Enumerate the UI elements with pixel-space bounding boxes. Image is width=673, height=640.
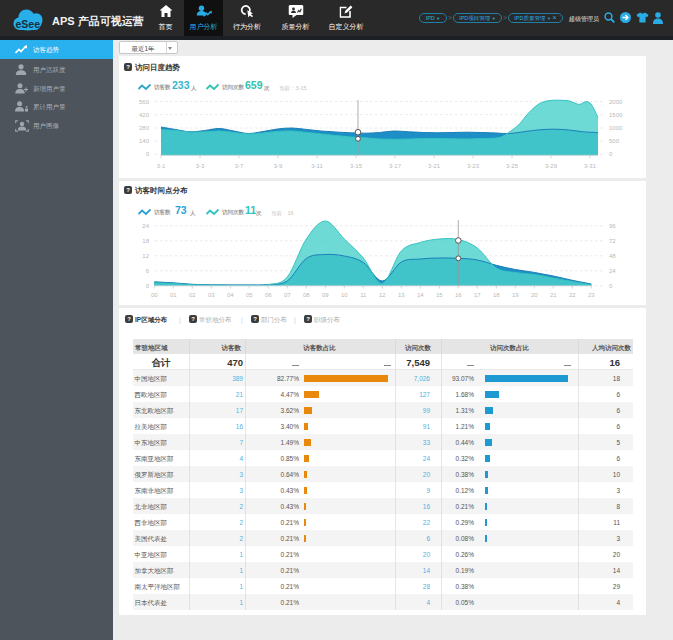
svg-text:11: 11 — [360, 292, 367, 298]
svg-text:23: 23 — [588, 292, 595, 298]
svg-text:0: 0 — [146, 151, 150, 157]
svg-text:03: 03 — [208, 292, 215, 298]
svg-text:3-3: 3-3 — [196, 163, 205, 169]
svg-text:3-7: 3-7 — [235, 163, 244, 169]
svg-text:3-15: 3-15 — [350, 163, 363, 169]
svg-text:13: 13 — [398, 292, 405, 298]
svg-text:14: 14 — [417, 292, 424, 298]
svg-text:17: 17 — [474, 292, 481, 298]
svg-text:0: 0 — [609, 151, 613, 157]
svg-text:01: 01 — [170, 292, 177, 298]
svg-text:420: 420 — [139, 112, 150, 118]
svg-text:18: 18 — [142, 238, 149, 244]
svg-text:0: 0 — [146, 283, 150, 289]
svg-text:3-23: 3-23 — [467, 163, 480, 169]
svg-text:22: 22 — [569, 292, 576, 298]
svg-text:3-25: 3-25 — [506, 163, 519, 169]
svg-text:10: 10 — [341, 292, 348, 298]
svg-text:08: 08 — [303, 292, 310, 298]
svg-text:6: 6 — [146, 268, 150, 274]
svg-text:280: 280 — [139, 125, 150, 131]
svg-text:16: 16 — [455, 292, 462, 298]
svg-text:18: 18 — [493, 292, 500, 298]
svg-text:0: 0 — [609, 283, 613, 289]
svg-text:07: 07 — [284, 292, 291, 298]
svg-text:3-1: 3-1 — [157, 163, 166, 169]
svg-text:140: 140 — [139, 138, 150, 144]
svg-text:00: 00 — [151, 292, 158, 298]
svg-text:24: 24 — [142, 223, 149, 229]
svg-text:72: 72 — [609, 238, 616, 244]
svg-text:eSee: eSee — [16, 18, 41, 30]
svg-text:3-11: 3-11 — [311, 163, 323, 169]
svg-text:24: 24 — [609, 268, 616, 274]
svg-text:04: 04 — [227, 292, 234, 298]
svg-text:48: 48 — [609, 253, 616, 259]
svg-text:1000: 1000 — [609, 125, 623, 131]
svg-text:2000: 2000 — [609, 99, 623, 105]
svg-text:12: 12 — [142, 253, 149, 259]
svg-text:3-31: 3-31 — [584, 163, 597, 169]
svg-text:20: 20 — [531, 292, 538, 298]
svg-text:09: 09 — [322, 292, 329, 298]
svg-text:12: 12 — [379, 292, 386, 298]
svg-text:1500: 1500 — [609, 112, 623, 118]
svg-text:3-29: 3-29 — [545, 163, 558, 169]
svg-text:3-17: 3-17 — [389, 163, 402, 169]
svg-text:3-21: 3-21 — [428, 163, 441, 169]
svg-text:96: 96 — [609, 223, 616, 229]
svg-text:500: 500 — [609, 138, 620, 144]
svg-text:19: 19 — [512, 292, 519, 298]
svg-text:02: 02 — [189, 292, 196, 298]
svg-text:06: 06 — [265, 292, 272, 298]
svg-text:3-9: 3-9 — [274, 163, 283, 169]
svg-text:15: 15 — [436, 292, 443, 298]
svg-text:21: 21 — [550, 292, 557, 298]
svg-text:560: 560 — [139, 99, 150, 105]
svg-text:05: 05 — [246, 292, 253, 298]
